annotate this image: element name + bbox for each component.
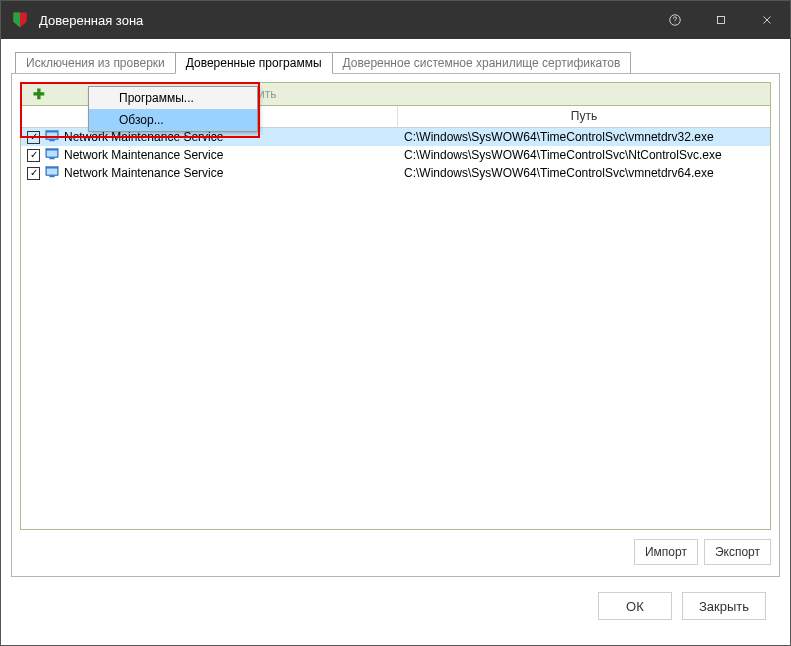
ok-button[interactable]: ОК (598, 592, 672, 620)
cell-path: C:\Windows\SysWOW64\TimeControlSvc\NtCon… (398, 148, 770, 162)
app-icon (45, 165, 59, 182)
svg-rect-7 (47, 150, 58, 156)
trusted-programs-table: Программа Путь ✓Network Maintenance Serv… (20, 106, 771, 530)
add-dropdown-menu: Программы... Обзор... (88, 86, 258, 132)
table-body: ✓Network Maintenance ServiceC:\Windows\S… (21, 128, 770, 529)
tab-exclusions[interactable]: Исключения из проверки (15, 52, 176, 74)
tab-trusted-cert-store[interactable]: Доверенное системное хранилище сертифика… (332, 52, 632, 74)
window-title: Доверенная зона (39, 13, 652, 28)
dialog-footer: ОК Закрыть (11, 577, 780, 635)
menu-item-browse[interactable]: Обзор... (89, 109, 257, 131)
menu-item-programs[interactable]: Программы... (89, 87, 257, 109)
panel-footer: Импорт Экспорт (20, 536, 771, 568)
kaspersky-logo-icon (1, 1, 39, 39)
cell-program: ✓Network Maintenance Service (21, 165, 398, 182)
svg-rect-4 (47, 132, 58, 138)
close-button[interactable] (744, 1, 790, 39)
cell-path: C:\Windows\SysWOW64\TimeControlSvc\vmnet… (398, 130, 770, 144)
import-button[interactable]: Импорт (634, 539, 698, 565)
cell-path: C:\Windows\SysWOW64\TimeControlSvc\vmnet… (398, 166, 770, 180)
svg-rect-8 (49, 157, 54, 159)
trusted-programs-panel: ✚ Добавить Доб Изменить лить Программы..… (11, 73, 780, 577)
row-checkbox[interactable]: ✓ (27, 167, 40, 180)
svg-rect-5 (49, 139, 54, 141)
plus-icon: ✚ (33, 87, 45, 101)
svg-rect-11 (49, 175, 54, 177)
row-checkbox[interactable]: ✓ (27, 131, 40, 144)
trusted-zone-window: Доверенная зона Исключения из проверки Д… (0, 0, 791, 646)
help-button[interactable] (652, 1, 698, 39)
export-button[interactable]: Экспорт (704, 539, 771, 565)
titlebar: Доверенная зона (1, 1, 790, 39)
table-row[interactable]: ✓Network Maintenance ServiceC:\Windows\S… (21, 146, 770, 164)
client-area: Исключения из проверки Доверенные програ… (1, 39, 790, 645)
tab-bar: Исключения из проверки Доверенные програ… (15, 51, 780, 73)
app-icon (45, 129, 59, 146)
svg-rect-10 (47, 168, 58, 174)
table-row[interactable]: ✓Network Maintenance ServiceC:\Windows\S… (21, 164, 770, 182)
app-icon (45, 147, 59, 164)
program-name: Network Maintenance Service (64, 148, 223, 162)
row-checkbox[interactable]: ✓ (27, 149, 40, 162)
col-header-path[interactable]: Путь (398, 106, 770, 128)
program-name: Network Maintenance Service (64, 130, 223, 144)
cancel-button[interactable]: Закрыть (682, 592, 766, 620)
tab-trusted-programs[interactable]: Доверенные программы (175, 52, 333, 74)
maximize-button[interactable] (698, 1, 744, 39)
svg-point-1 (675, 23, 676, 24)
program-name: Network Maintenance Service (64, 166, 223, 180)
svg-rect-2 (718, 17, 725, 24)
cell-program: ✓Network Maintenance Service (21, 147, 398, 164)
